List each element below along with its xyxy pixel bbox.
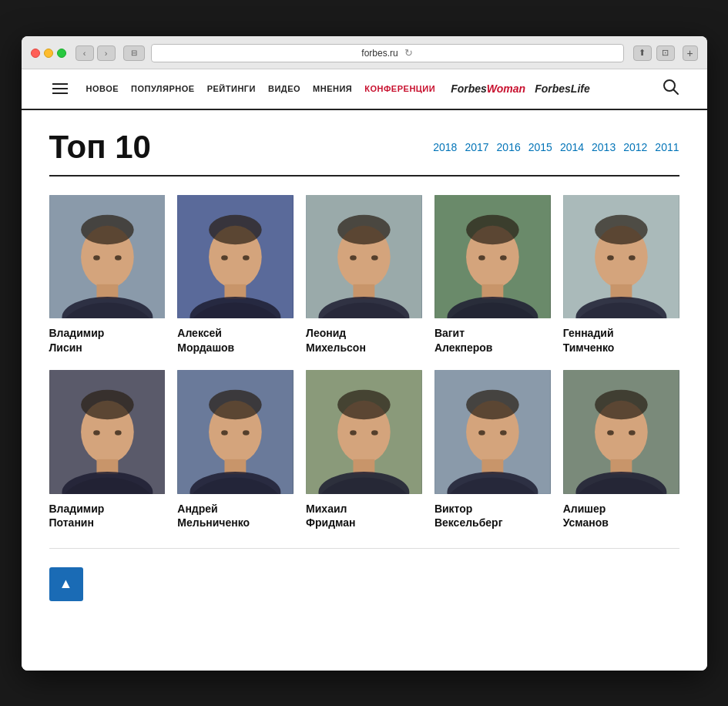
svg-point-16 [221, 255, 228, 260]
year-2011[interactable]: 2011 [655, 141, 679, 153]
person-photo-9 [434, 370, 551, 494]
year-2016[interactable]: 2016 [497, 141, 521, 153]
nav-ratings[interactable]: РЕЙТИНГИ [207, 84, 256, 93]
year-2015[interactable]: 2015 [528, 141, 552, 153]
person-name-4: Вагит Алекперов [434, 326, 551, 354]
share-button[interactable]: ⬆ [633, 45, 652, 61]
svg-point-61 [337, 389, 391, 419]
person-card-7[interactable]: Андрей Мельниченко [177, 370, 294, 530]
svg-point-69 [466, 389, 519, 419]
year-2014[interactable]: 2014 [560, 141, 584, 153]
svg-point-13 [209, 214, 262, 244]
nav-new[interactable]: НОВОЕ [86, 84, 119, 93]
back-button[interactable]: ‹ [75, 45, 94, 61]
svg-point-48 [93, 430, 100, 435]
svg-point-29 [466, 214, 519, 244]
person-name-7: Андрей Мельниченко [177, 502, 294, 530]
forward-button[interactable]: › [97, 45, 116, 61]
hamburger-line-1 [52, 83, 68, 85]
svg-point-81 [629, 430, 636, 435]
back-to-top-button[interactable]: ▲ [49, 567, 83, 601]
person-photo-6 [49, 370, 166, 494]
svg-point-65 [371, 430, 378, 435]
browser-chrome: ‹ › ⊟ forbes.ru ↻ ⬆ ⊡ + [22, 36, 707, 69]
svg-point-73 [500, 430, 507, 435]
person-card-5[interactable]: Геннадий Тимченко [563, 195, 679, 355]
svg-point-21 [337, 214, 391, 244]
svg-point-40 [607, 255, 614, 260]
person-grid: Владимир Лисин Алексей Мордашов [49, 195, 679, 530]
svg-point-80 [607, 430, 614, 435]
year-2012[interactable]: 2012 [623, 141, 647, 153]
person-name-2: Алексей Мордашов [177, 326, 294, 354]
page-content: НОВОЕ ПОПУЛЯРНОЕ РЕЙТИНГИ ВИДЕО МНЕНИЯ К… [22, 69, 707, 671]
nav-opinions[interactable]: МНЕНИЯ [313, 84, 352, 93]
nav-conferences[interactable]: КОНФЕРЕНЦИИ [364, 84, 435, 93]
nav-links: НОВОЕ ПОПУЛЯРНОЕ РЕЙТИНГИ ВИДЕО МНЕНИЯ К… [86, 82, 647, 95]
person-photo-10 [563, 370, 679, 494]
svg-point-49 [115, 430, 122, 435]
svg-point-56 [221, 430, 228, 435]
refresh-icon[interactable]: ↻ [404, 47, 413, 59]
search-icon[interactable] [663, 79, 679, 99]
person-card-10[interactable]: Алишер Усманов [563, 370, 679, 530]
person-card-3[interactable]: Леонид Михельсон [306, 195, 422, 355]
svg-point-77 [595, 389, 648, 419]
forbes-life-logo[interactable]: ForbesLife [535, 82, 590, 95]
person-photo-5 [563, 195, 679, 319]
new-tab-button[interactable]: + [683, 45, 698, 61]
svg-point-53 [209, 389, 262, 419]
hamburger-menu[interactable] [49, 80, 71, 97]
year-2018[interactable]: 2018 [433, 141, 457, 153]
bookmark-button[interactable]: ⊡ [656, 45, 675, 61]
nav-video[interactable]: ВИДЕО [268, 84, 300, 93]
svg-point-5 [81, 214, 134, 244]
person-name-1: Владимир Лисин [49, 326, 166, 354]
browser-window: ‹ › ⊟ forbes.ru ↻ ⬆ ⊡ + НОВОЕ ПОПУЛЯРНОЕ… [22, 36, 707, 671]
woman-suffix: Woman [487, 82, 525, 95]
svg-point-33 [500, 255, 507, 260]
close-button[interactable] [31, 49, 40, 58]
person-card-1[interactable]: Владимир Лисин [49, 195, 166, 355]
svg-point-24 [350, 255, 357, 260]
browser-actions: ⬆ ⊡ [633, 45, 675, 61]
hamburger-line-3 [52, 92, 68, 94]
person-photo-3 [306, 195, 422, 319]
person-card-9[interactable]: Виктор Вексельберг [434, 370, 551, 530]
person-photo-8 [306, 370, 422, 494]
svg-point-32 [478, 255, 485, 260]
person-card-6[interactable]: Владимир Потанин [49, 370, 166, 530]
svg-point-25 [371, 255, 378, 260]
nav-popular[interactable]: ПОПУЛЯРНОЕ [131, 84, 195, 93]
person-photo-1 [49, 195, 166, 319]
year-nav: 2018 2017 2016 2015 2014 2013 2012 2011 [433, 141, 679, 153]
svg-point-9 [115, 255, 122, 260]
person-card-4[interactable]: Вагит Алекперов [434, 195, 551, 355]
page-title: Топ 10 [49, 129, 151, 166]
forbes-woman-logo[interactable]: ForbesWoman [451, 82, 525, 95]
nav-brand: ForbesWoman ForbesLife [451, 82, 590, 95]
address-bar[interactable]: forbes.ru ↻ [151, 44, 624, 62]
main-content: Топ 10 2018 2017 2016 2015 2014 2013 201… [22, 110, 707, 629]
svg-point-17 [243, 255, 250, 260]
person-card-2[interactable]: Алексей Мордашов [177, 195, 294, 355]
year-2017[interactable]: 2017 [465, 141, 488, 153]
person-name-6: Владимир Потанин [49, 502, 166, 530]
minimize-button[interactable] [44, 49, 53, 58]
svg-point-8 [93, 255, 100, 260]
svg-point-41 [629, 255, 636, 260]
svg-point-57 [243, 430, 250, 435]
tab-view-button[interactable]: ⊟ [123, 45, 145, 61]
svg-line-1 [673, 89, 678, 94]
url-text: forbes.ru [361, 48, 398, 59]
maximize-button[interactable] [57, 49, 66, 58]
person-card-8[interactable]: Михаил Фридман [306, 370, 422, 530]
svg-point-64 [350, 430, 357, 435]
person-photo-2 [177, 195, 294, 319]
year-2013[interactable]: 2013 [592, 141, 616, 153]
traffic-lights [31, 49, 66, 58]
hamburger-line-2 [52, 88, 68, 89]
person-name-5: Геннадий Тимченко [563, 326, 679, 354]
svg-point-37 [595, 214, 648, 244]
person-name-9: Виктор Вексельберг [434, 502, 551, 530]
